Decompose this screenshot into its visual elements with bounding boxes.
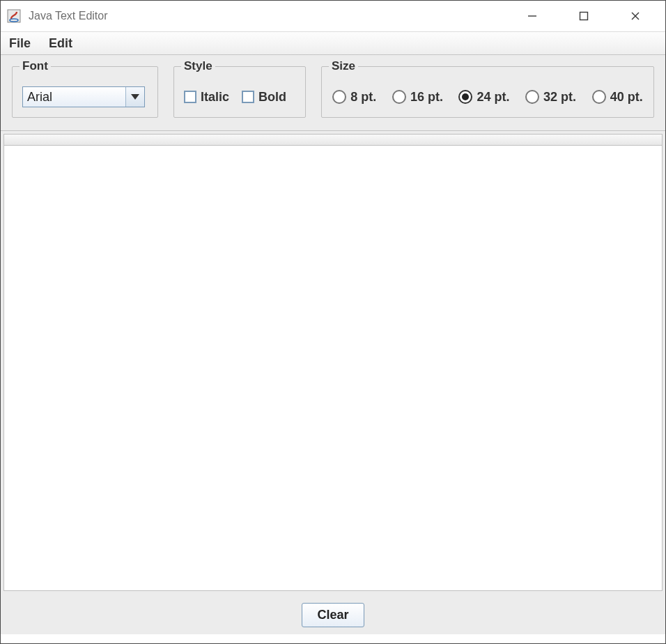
font-combobox-value: Arial: [23, 87, 125, 107]
size-radio-32[interactable]: 32 pt.: [525, 90, 576, 105]
radio-icon: [458, 90, 472, 104]
checkbox-icon: [242, 91, 254, 103]
style-group-legend: Style: [181, 59, 215, 73]
italic-checkbox-label: Italic: [201, 90, 229, 105]
chevron-down-icon: [125, 87, 144, 107]
title-bar: Java Text Editor: [1, 1, 665, 32]
radio-icon: [332, 90, 346, 104]
minimize-button[interactable]: [516, 6, 548, 26]
font-group: Font Arial: [12, 66, 158, 118]
editor-header-bar: [3, 134, 663, 145]
maximize-button[interactable]: [568, 6, 600, 26]
bottom-bar: Clear: [1, 595, 665, 634]
menu-bar: File Edit: [1, 32, 665, 55]
size-radio-8[interactable]: 8 pt.: [332, 90, 376, 105]
text-editor-area[interactable]: [3, 145, 663, 591]
size-radio-label: 16 pt.: [410, 90, 443, 105]
checkbox-icon: [184, 91, 196, 103]
menu-file[interactable]: File: [5, 35, 35, 52]
italic-checkbox[interactable]: Italic: [184, 90, 229, 105]
svg-rect-3: [580, 13, 588, 20]
radio-icon: [525, 90, 539, 104]
app-icon: [6, 8, 22, 24]
size-radio-label: 8 pt.: [350, 90, 376, 105]
style-group: Style Italic Bold: [173, 66, 306, 118]
size-group-legend: Size: [329, 59, 358, 73]
toolbar-panel: Font Arial Style Italic Bold Size 8 pt.: [1, 55, 665, 131]
size-radio-label: 24 pt.: [477, 90, 509, 105]
size-radio-24[interactable]: 24 pt.: [458, 90, 509, 105]
window-buttons: [516, 6, 661, 26]
size-radio-40[interactable]: 40 pt.: [592, 90, 643, 105]
size-group: Size 8 pt. 16 pt. 24 pt. 32 pt. 40 pt.: [321, 66, 654, 118]
radio-icon: [392, 90, 406, 104]
editor-panel: [1, 131, 665, 595]
window-title: Java Text Editor: [29, 10, 516, 22]
window-frame: Java Text Editor File Edit Font Arial: [0, 0, 666, 644]
bold-checkbox[interactable]: Bold: [242, 90, 286, 105]
font-combobox[interactable]: Arial: [22, 86, 145, 107]
clear-button[interactable]: Clear: [302, 603, 364, 627]
size-radio-label: 40 pt.: [610, 90, 643, 105]
size-radio-label: 32 pt.: [543, 90, 576, 105]
size-radio-16[interactable]: 16 pt.: [392, 90, 443, 105]
menu-edit[interactable]: Edit: [45, 35, 77, 52]
font-group-legend: Font: [20, 59, 51, 73]
radio-icon: [592, 90, 606, 104]
close-button[interactable]: [619, 6, 651, 26]
bold-checkbox-label: Bold: [258, 90, 286, 105]
